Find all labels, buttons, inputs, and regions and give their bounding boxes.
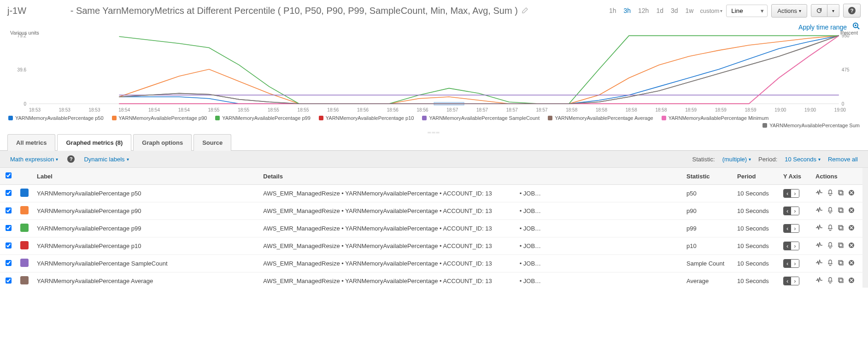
row-statistic[interactable]: Sample Count: [683, 255, 733, 272]
legend-item[interactable]: YARNMemoryAvailablePercentage p10: [319, 115, 414, 121]
row-label[interactable]: YARNMemoryAvailablePercentage Average: [33, 272, 259, 288]
header-period[interactable]: Period: [733, 168, 780, 185]
yaxis-right[interactable]: ›: [791, 260, 798, 267]
row-label[interactable]: YARNMemoryAvailablePercentage p99: [33, 220, 259, 237]
yaxis-left[interactable]: ‹: [784, 207, 791, 215]
copy-icon[interactable]: [838, 242, 844, 250]
row-period[interactable]: 10 Seconds: [733, 220, 780, 237]
chart-type-select[interactable]: Line: [726, 5, 768, 17]
bell-icon[interactable]: [827, 189, 833, 197]
pulse-icon[interactable]: [815, 277, 823, 285]
remove-icon[interactable]: [848, 225, 855, 232]
edit-icon[interactable]: [522, 6, 529, 15]
row-period[interactable]: 10 Seconds: [733, 202, 780, 220]
pulse-icon[interactable]: [815, 242, 823, 250]
row-checkbox[interactable]: [6, 207, 12, 213]
yaxis-left[interactable]: ‹: [784, 277, 791, 285]
time-range-1w[interactable]: 1w: [683, 5, 697, 16]
statistic-dropdown[interactable]: (multiple) ▾: [722, 156, 751, 163]
pulse-icon[interactable]: [815, 260, 823, 267]
row-checkbox[interactable]: [6, 190, 12, 196]
legend-item[interactable]: YARNMemoryAvailablePercentage p50: [8, 115, 104, 121]
header-details[interactable]: Details: [259, 168, 683, 185]
help-button[interactable]: ?: [843, 4, 861, 18]
yaxis-toggle[interactable]: ‹›: [783, 189, 799, 198]
color-swatch[interactable]: [20, 241, 29, 249]
header-label[interactable]: Label: [33, 168, 259, 185]
copy-icon[interactable]: [838, 260, 844, 267]
actions-button[interactable]: Actions ▾: [771, 4, 807, 18]
time-range-3d[interactable]: 3d: [668, 5, 681, 16]
yaxis-toggle[interactable]: ‹›: [783, 242, 799, 250]
help-icon[interactable]: ?: [67, 155, 75, 163]
row-period[interactable]: 10 Seconds: [733, 237, 780, 255]
row-statistic[interactable]: p50: [683, 185, 733, 202]
bell-icon[interactable]: [827, 260, 833, 267]
yaxis-left[interactable]: ‹: [784, 189, 791, 197]
row-label[interactable]: YARNMemoryAvailablePercentage SampleCoun…: [33, 255, 259, 272]
chart-svg[interactable]: 039.679.20475950: [8, 32, 860, 106]
row-statistic[interactable]: Average: [683, 272, 733, 288]
tab-graphed-metrics[interactable]: Graphed metrics (8): [57, 134, 131, 151]
yaxis-right[interactable]: ›: [791, 207, 798, 215]
remove-icon[interactable]: [848, 242, 855, 250]
color-swatch[interactable]: [20, 259, 29, 267]
color-swatch[interactable]: [20, 224, 29, 232]
apply-time-range-link[interactable]: Apply time range: [798, 24, 847, 31]
row-label[interactable]: YARNMemoryAvailablePercentage p50: [33, 185, 259, 202]
remove-icon[interactable]: [848, 207, 855, 215]
legend-item[interactable]: YARNMemoryAvailablePercentage p99: [215, 115, 311, 121]
dynamic-labels-dropdown[interactable]: Dynamic labels ▾: [84, 156, 129, 163]
row-period[interactable]: 10 Seconds: [733, 255, 780, 272]
pulse-icon[interactable]: [815, 225, 823, 232]
yaxis-left[interactable]: ‹: [784, 242, 791, 250]
time-range-1d[interactable]: 1d: [653, 5, 666, 16]
yaxis-right[interactable]: ›: [791, 225, 798, 232]
pulse-icon[interactable]: [815, 189, 823, 197]
legend-item[interactable]: YARNMemoryAvailablePercentage Minimum: [662, 115, 769, 121]
row-statistic[interactable]: p99: [683, 220, 733, 237]
color-swatch[interactable]: [20, 206, 29, 214]
bell-icon[interactable]: [827, 277, 833, 285]
yaxis-toggle[interactable]: ‹›: [783, 224, 799, 233]
copy-icon[interactable]: [838, 207, 844, 215]
bell-icon[interactable]: [827, 207, 833, 215]
color-swatch[interactable]: [20, 189, 29, 197]
yaxis-right[interactable]: ›: [791, 277, 798, 285]
row-checkbox[interactable]: [6, 278, 12, 284]
tab-all-metrics[interactable]: All metrics: [7, 134, 55, 151]
yaxis-right[interactable]: ›: [791, 242, 798, 250]
time-range-1h[interactable]: 1h: [606, 5, 619, 16]
row-statistic[interactable]: p90: [683, 202, 733, 220]
custom-range-dropdown[interactable]: custom ▾: [700, 7, 722, 14]
tab-graph-options[interactable]: Graph options: [133, 134, 192, 151]
legend-item[interactable]: YARNMemoryAvailablePercentage p90: [112, 115, 207, 121]
row-period[interactable]: 10 Seconds: [733, 272, 780, 288]
legend-item[interactable]: YARNMemoryAvailablePercentage Average: [548, 115, 653, 121]
bell-icon[interactable]: [827, 242, 833, 250]
yaxis-toggle[interactable]: ‹›: [783, 277, 799, 285]
copy-icon[interactable]: [838, 225, 844, 232]
row-checkbox[interactable]: [6, 225, 12, 231]
yaxis-right[interactable]: ›: [791, 189, 798, 197]
remove-icon[interactable]: [848, 260, 855, 267]
row-label[interactable]: YARNMemoryAvailablePercentage p10: [33, 237, 259, 255]
time-range-3h[interactable]: 3h: [621, 5, 633, 16]
header-yaxis[interactable]: Y Axis: [780, 168, 812, 185]
row-period[interactable]: 10 Seconds: [733, 185, 780, 202]
row-statistic[interactable]: p10: [683, 237, 733, 255]
chart-type-select-wrap[interactable]: Line: [726, 5, 768, 17]
yaxis-left[interactable]: ‹: [784, 225, 791, 232]
remove-all-link[interactable]: Remove all: [828, 156, 858, 163]
refresh-button[interactable]: [811, 4, 827, 17]
row-checkbox[interactable]: [6, 242, 12, 248]
header-statistic[interactable]: Statistic: [683, 168, 733, 185]
pulse-icon[interactable]: [815, 207, 823, 215]
select-all-checkbox[interactable]: [6, 172, 12, 178]
time-range-12h[interactable]: 12h: [635, 5, 651, 16]
copy-icon[interactable]: [838, 189, 844, 197]
copy-icon[interactable]: [838, 277, 844, 285]
yaxis-left[interactable]: ‹: [784, 260, 791, 267]
color-swatch[interactable]: [20, 276, 29, 284]
legend-item[interactable]: YARNMemoryAvailablePercentage Sum: [762, 123, 860, 128]
